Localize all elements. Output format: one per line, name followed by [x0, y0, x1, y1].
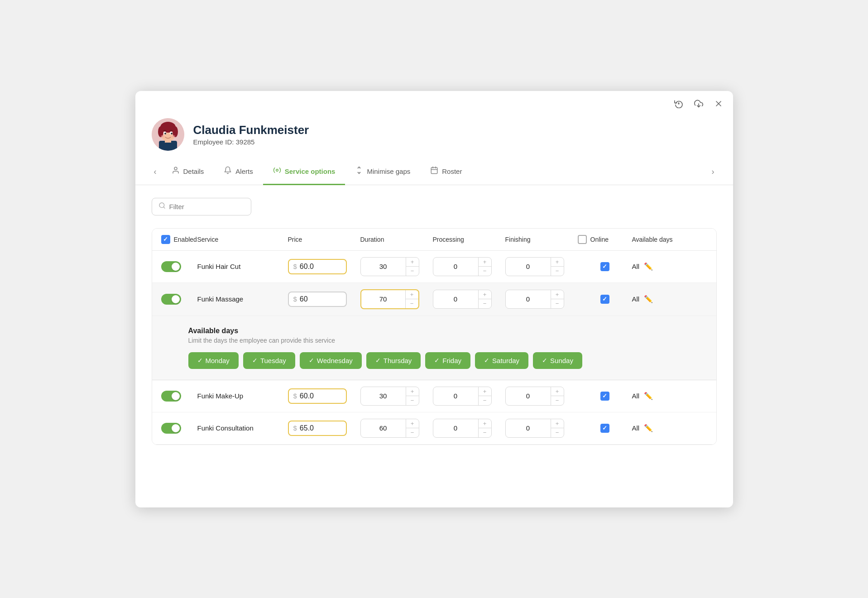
row-service-name-consultation: Funki Consultation	[197, 424, 288, 432]
day-thursday[interactable]: ✓ Thursday	[366, 352, 421, 369]
tab-details[interactable]: Details	[162, 159, 214, 185]
table-row: Funki Make-Up $ 30 + −	[152, 380, 716, 412]
export-button[interactable]	[692, 97, 705, 110]
finishing-header: Finishing	[505, 236, 578, 243]
tab-details-label: Details	[183, 167, 204, 175]
duration-decrease-massage[interactable]: −	[406, 299, 418, 308]
history-button[interactable]	[672, 97, 685, 110]
duration-decrease-hair-cut[interactable]: −	[406, 267, 419, 276]
row-online-makeup	[578, 392, 632, 401]
online-checkbox-hair-cut[interactable]	[600, 262, 609, 271]
tab-roster[interactable]: Roster	[420, 159, 472, 185]
finishing-increase-massage[interactable]: +	[551, 290, 564, 299]
processing-decrease-massage[interactable]: −	[479, 299, 491, 308]
row-available-days-massage: All ✏️	[632, 295, 695, 303]
row-price-makeup: $	[288, 388, 360, 404]
row-toggle-consultation[interactable]	[161, 423, 197, 434]
row-processing-makeup: 0 + −	[433, 387, 505, 406]
edit-icon-makeup[interactable]: ✏️	[644, 392, 653, 400]
nav-tabs: Details Alerts Service o	[162, 159, 707, 185]
check-thursday: ✓	[375, 357, 381, 364]
duration-stepper-makeup: + −	[406, 387, 419, 405]
tab-minimise-gaps-label: Minimise gaps	[367, 167, 410, 175]
filter-bar	[152, 198, 251, 215]
row-toggle-makeup[interactable]	[161, 391, 197, 402]
edit-icon-hair-cut[interactable]: ✏️	[644, 262, 653, 271]
duration-value-massage: 70	[361, 292, 405, 306]
processing-increase-hair-cut[interactable]: +	[479, 258, 491, 267]
row-toggle-massage[interactable]	[161, 294, 197, 305]
duration-increase-massage[interactable]: +	[406, 290, 418, 299]
online-checkbox-massage[interactable]	[600, 295, 609, 304]
svg-point-17	[172, 135, 175, 137]
processing-increase-massage[interactable]: +	[479, 290, 491, 299]
processing-decrease-hair-cut[interactable]: −	[479, 267, 491, 276]
finishing-decrease-hair-cut[interactable]: −	[551, 267, 564, 276]
tab-alerts-label: Alerts	[235, 167, 253, 175]
tab-service-options[interactable]: Service options	[263, 159, 345, 185]
day-sunday-label: Sunday	[550, 357, 573, 364]
finishing-decrease-consultation[interactable]: −	[551, 428, 564, 437]
finishing-increase-hair-cut[interactable]: +	[551, 258, 564, 267]
finishing-decrease-massage[interactable]: −	[551, 299, 564, 308]
price-input-makeup[interactable]	[300, 392, 331, 400]
row-duration-massage: 70 + −	[360, 289, 433, 309]
available-days-expanded: Available days Limit the days the employ…	[152, 316, 716, 380]
row-online-hair-cut	[578, 262, 632, 271]
svg-rect-22	[432, 167, 438, 174]
price-input-massage[interactable]	[300, 295, 331, 303]
duration-increase-hair-cut[interactable]: +	[406, 258, 419, 267]
processing-increase-consultation[interactable]: +	[479, 419, 491, 428]
duration-value-hair-cut: 30	[361, 259, 406, 274]
day-monday[interactable]: ✓ Monday	[188, 352, 239, 369]
check-sunday: ✓	[542, 357, 547, 364]
filter-input[interactable]	[169, 203, 245, 210]
dollar-sign-3: $	[293, 392, 297, 400]
header-enabled-checkbox[interactable]	[161, 235, 170, 244]
available-days-value-massage: All	[632, 295, 640, 303]
duration-increase-consultation[interactable]: +	[406, 419, 419, 428]
finishing-stepper-consultation: + −	[551, 419, 564, 437]
edit-icon-consultation[interactable]: ✏️	[644, 424, 653, 432]
day-friday[interactable]: ✓ Friday	[425, 352, 470, 369]
price-header: Price	[288, 236, 360, 243]
finishing-value-massage: 0	[506, 292, 551, 306]
price-input-consultation[interactable]	[300, 424, 331, 432]
check-monday: ✓	[197, 357, 203, 364]
processing-value-massage: 0	[433, 292, 478, 306]
finishing-increase-consultation[interactable]: +	[551, 419, 564, 428]
nav-right-arrow[interactable]: ›	[707, 165, 719, 178]
processing-increase-makeup[interactable]: +	[479, 387, 491, 396]
duration-increase-makeup[interactable]: +	[406, 387, 419, 396]
dollar-sign: $	[293, 263, 297, 270]
close-button[interactable]	[712, 97, 725, 110]
duration-decrease-makeup[interactable]: −	[406, 396, 419, 405]
online-checkbox-consultation[interactable]	[600, 424, 609, 433]
edit-icon-massage[interactable]: ✏️	[644, 295, 653, 303]
finishing-increase-makeup[interactable]: +	[551, 387, 564, 396]
processing-decrease-makeup[interactable]: −	[479, 396, 491, 405]
price-input-hair-cut[interactable]	[300, 263, 331, 271]
check-tuesday: ✓	[252, 357, 258, 364]
processing-decrease-consultation[interactable]: −	[479, 428, 491, 437]
day-saturday[interactable]: ✓ Saturday	[475, 352, 528, 369]
day-sunday[interactable]: ✓ Sunday	[533, 352, 582, 369]
online-checkbox-makeup[interactable]	[600, 392, 609, 401]
header-online-checkbox[interactable]	[578, 235, 587, 244]
online-header: Online	[578, 235, 632, 244]
svg-point-14	[164, 133, 166, 134]
details-icon	[172, 166, 180, 177]
row-price-massage: $	[288, 292, 360, 307]
row-toggle-hair-cut[interactable]	[161, 261, 197, 272]
finishing-decrease-makeup[interactable]: −	[551, 396, 564, 405]
duration-decrease-consultation[interactable]: −	[406, 428, 419, 437]
nav-left-arrow[interactable]: ‹	[149, 165, 162, 178]
enabled-header-label: Enabled	[174, 236, 197, 243]
tab-minimise-gaps[interactable]: Minimise gaps	[345, 159, 420, 185]
day-wednesday[interactable]: ✓ Wednesday	[300, 352, 362, 369]
service-header: Service	[197, 236, 288, 243]
tab-alerts[interactable]: Alerts	[214, 159, 263, 185]
day-tuesday[interactable]: ✓ Tuesday	[243, 352, 295, 369]
finishing-stepper-hair-cut: + −	[551, 258, 564, 276]
table-row: Funki Hair Cut $ 30 + −	[152, 251, 716, 283]
